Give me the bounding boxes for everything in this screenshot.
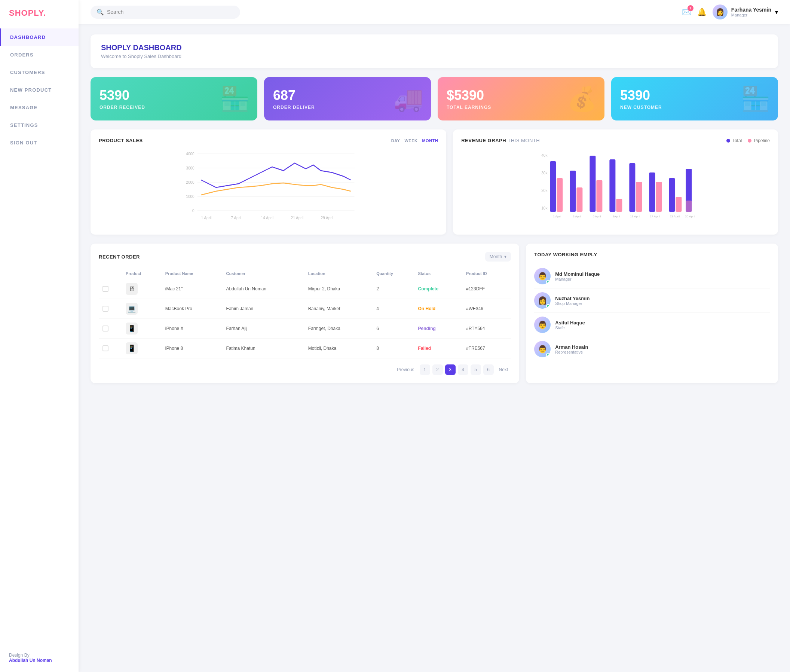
svg-text:21 April: 21 April [291, 216, 303, 220]
svg-text:17 April: 17 April [650, 215, 660, 218]
chart-legend: Total Pipeline [726, 138, 770, 143]
sidebar-item-customers[interactable]: CUSTOMERS [0, 64, 78, 81]
prev-btn[interactable]: Previous [394, 366, 417, 374]
location: Farmget, Dhaka [304, 319, 373, 339]
chart-title-revenue: REVENUE GRAPH THIS MONTH [461, 138, 540, 143]
svg-text:10k: 10k [541, 206, 548, 210]
stat-icon-orders: 🏪 [220, 85, 250, 113]
tab-month[interactable]: MONTH [422, 138, 438, 143]
online-indicator [546, 353, 550, 357]
stat-icon-earnings: 💰 [567, 85, 597, 113]
table-row: 📱 iPhone 8 Fatima Khatun Motizil, Dhaka … [99, 339, 511, 358]
sidebar-item-new-product[interactable]: NEW PRODUCT [0, 81, 78, 99]
col-check [99, 268, 122, 279]
status: Pending [414, 319, 462, 339]
quantity: 2 [373, 279, 414, 299]
sidebar-item-settings[interactable]: SETTINGS [0, 116, 78, 134]
svg-text:3 April: 3 April [573, 215, 581, 218]
svg-rect-27 [630, 163, 635, 212]
svg-text:40k: 40k [541, 154, 548, 157]
status: Complete [414, 279, 462, 299]
bottom-row: RECENT ORDER Month ▾ Product Product Nam… [91, 243, 778, 383]
page-1[interactable]: 1 [420, 365, 430, 375]
chevron-down-icon: ▾ [775, 9, 778, 16]
product-img: 📱 [126, 323, 138, 334]
product-name: iMac 21" [162, 279, 222, 299]
page-5[interactable]: 5 [470, 365, 481, 375]
legend-label-pipeline: Pipeline [754, 138, 770, 143]
svg-text:3000: 3000 [186, 166, 195, 170]
chart-header-sales: PRODUCT SALES DAY WEEK MONTH [99, 138, 438, 143]
emp-info: Asiful Haque Stafe [555, 320, 585, 330]
location: Bananiy, Market [304, 299, 373, 319]
employees-section-header: TODAY WORKING EMPLY [534, 252, 770, 258]
page-2[interactable]: 2 [432, 365, 443, 375]
revenue-svg: 40k 30k 20k 10k [461, 150, 770, 225]
svg-text:1000: 1000 [186, 195, 195, 199]
user-text: Farhana Yesmin Manager [731, 7, 771, 17]
emp-info: Md Mominul Haque Manager [555, 271, 600, 282]
main-area: 🔍 ✉️ 2 🔔 👩 Farhana Yesmin Manager ▾ SHOP… [78, 0, 790, 672]
user-role: Manager [731, 13, 771, 17]
emp-role: Representative [555, 350, 588, 354]
svg-rect-21 [570, 171, 576, 212]
product-img: 📱 [126, 342, 138, 354]
svg-text:4000: 4000 [186, 152, 195, 156]
svg-text:1 April: 1 April [553, 215, 561, 218]
mail-icon[interactable]: ✉️ 2 [682, 8, 691, 16]
pagination: Previous 1 2 3 4 5 6 Next [99, 365, 511, 375]
emp-role: Manager [555, 277, 600, 282]
page-6[interactable]: 6 [483, 365, 494, 375]
logo: SHOPLY. [0, 0, 78, 29]
avatar: 👩 [713, 5, 728, 19]
col-product: Product [122, 268, 162, 279]
row-checkbox[interactable] [102, 325, 109, 331]
next-btn[interactable]: Next [496, 366, 511, 374]
location: Mirpur 2, Dhaka [304, 279, 373, 299]
row-checkbox[interactable] [102, 286, 109, 292]
sidebar-nav: DASHBOARDORDERSCUSTOMERSNEW PRODUCTMESSA… [0, 29, 78, 643]
svg-rect-28 [636, 182, 642, 212]
chevron-down-icon: ▾ [504, 254, 507, 259]
col-customer: Customer [222, 268, 304, 279]
svg-rect-25 [610, 159, 616, 212]
product-sales-chart: PRODUCT SALES DAY WEEK MONTH 4000 [91, 130, 446, 235]
sidebar-item-sign-out[interactable]: SIGN OUT [0, 134, 78, 152]
product-name: iPhone X [162, 319, 222, 339]
month-filter-btn[interactable]: Month ▾ [485, 252, 511, 262]
search-input[interactable] [107, 9, 234, 15]
svg-text:13 April: 13 April [630, 215, 640, 218]
sidebar-item-orders[interactable]: ORDERS [0, 46, 78, 64]
svg-rect-31 [669, 178, 675, 212]
svg-rect-24 [596, 180, 603, 212]
employees-list: 👨 Md Mominul Haque Manager 👩 Nuzhat Yesm… [534, 264, 770, 361]
emp-avatar: 👨 [534, 268, 551, 284]
customer-name: Fatima Khatun [222, 339, 304, 358]
page-4[interactable]: 4 [458, 365, 468, 375]
svg-rect-34 [686, 200, 692, 212]
product-name: iPhone 8 [162, 339, 222, 358]
svg-text:20k: 20k [541, 189, 548, 193]
sidebar-item-dashboard[interactable]: DASHBOARD [0, 29, 78, 46]
customer-name: Fahim Jaman [222, 299, 304, 319]
footer-link[interactable]: Abdullah Un Noman [9, 658, 52, 663]
col-product-id: Product ID [462, 268, 511, 279]
legend-dot-total [726, 139, 730, 142]
user-info[interactable]: 👩 Farhana Yesmin Manager ▾ [713, 5, 778, 19]
sidebar-item-message[interactable]: MESSAGE [0, 99, 78, 116]
row-checkbox[interactable] [102, 346, 109, 351]
page-3[interactable]: 3 [445, 365, 456, 375]
search-box[interactable]: 🔍 [91, 6, 240, 19]
tab-day[interactable]: DAY [391, 138, 400, 143]
svg-text:14 April: 14 April [261, 216, 273, 220]
logo-text: SHOPLY [9, 8, 43, 18]
bell-icon[interactable]: 🔔 [697, 8, 707, 16]
stat-icon-customers: 🏪 [740, 85, 771, 113]
emp-name: Nuzhat Yesmin [555, 296, 590, 301]
tab-week[interactable]: WEEK [405, 138, 417, 143]
product-id: #TRE567 [462, 339, 511, 358]
product-img: 🖥 [126, 283, 138, 295]
row-checkbox[interactable] [102, 306, 109, 312]
chart-tabs: DAY WEEK MONTH [391, 138, 438, 143]
legend-total: Total [726, 138, 742, 143]
